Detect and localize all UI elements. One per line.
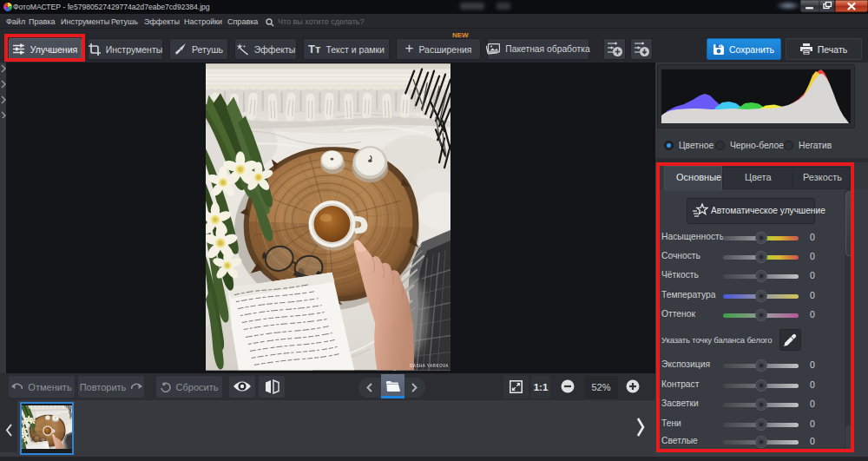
svg-text:DASHA YARKOVA: DASHA YARKOVA bbox=[410, 364, 449, 368]
